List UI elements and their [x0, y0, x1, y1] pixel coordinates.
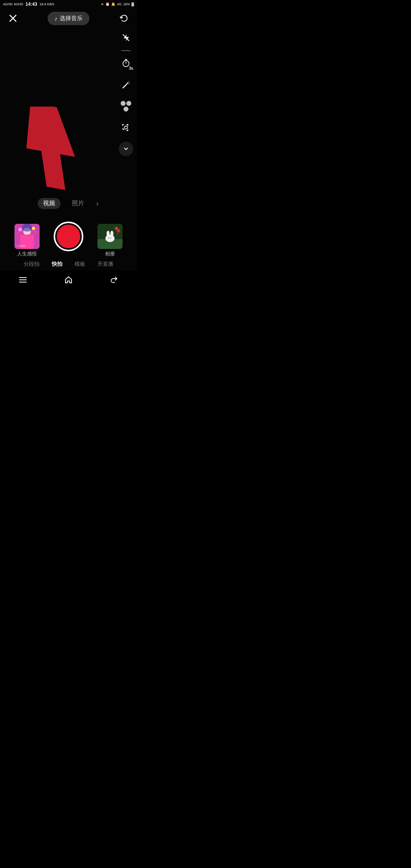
home-button[interactable] — [61, 272, 76, 287]
svg-point-21 — [107, 231, 110, 237]
gallery-label: 人生感悟 — [17, 251, 37, 257]
album-button[interactable] — [97, 224, 123, 249]
scan-button[interactable] — [119, 120, 133, 135]
tab-template[interactable]: 模板 — [73, 260, 87, 268]
svg-point-5 — [127, 82, 128, 83]
mode-tabs: 视频 照片 › — [0, 198, 137, 209]
svg-point-20 — [105, 235, 115, 242]
svg-point-22 — [110, 231, 113, 237]
svg-point-14 — [18, 228, 22, 231]
svg-point-8 — [124, 126, 127, 129]
music-select-button[interactable]: ♪ 选择音乐 — [48, 12, 89, 25]
top-bar: ♪ 选择音乐 — [0, 8, 137, 28]
expand-button[interactable] — [119, 142, 133, 156]
data-speed: 18.6 KB/s — [40, 2, 54, 6]
status-right: ∗ ⏰ 🔔 4G 18% ▓ — [101, 2, 134, 6]
signal-strength: 4GHD — [3, 2, 13, 6]
battery-level: 18% — [123, 2, 130, 6]
bottom-nav — [0, 270, 137, 289]
music-note-icon: ♪ — [54, 15, 57, 22]
signal-strength-2: 4GHD — [14, 2, 23, 6]
gallery-wrapper: 人生感悟 人生感悟 — [14, 224, 40, 249]
album-wrapper: 相册 — [97, 224, 123, 249]
tab-quick-shot[interactable]: 快拍 — [50, 260, 64, 268]
tab-live[interactable]: 开直播 — [96, 260, 115, 268]
icon-divider — [121, 50, 131, 51]
svg-point-25 — [108, 238, 109, 238]
album-label: 相册 — [105, 251, 115, 257]
menu-button[interactable] — [15, 272, 30, 287]
battery-icon: ▓ — [131, 2, 134, 6]
refresh-button[interactable] — [117, 11, 131, 25]
svg-point-16 — [34, 231, 37, 233]
svg-rect-13 — [22, 224, 32, 231]
status-bar: 4GHD 4GHD 14:43 18.6 KB/s ∗ ⏰ 🔔 4G 18% ▓ — [0, 0, 137, 8]
tab-more[interactable]: › — [96, 198, 100, 209]
bottom-controls: 人生感悟 人生感悟 — [0, 222, 137, 251]
network-icon: 4G — [117, 2, 121, 6]
bell-icon: 🔔 — [111, 2, 115, 6]
svg-point-24 — [110, 238, 111, 238]
svg-line-4 — [123, 84, 127, 88]
svg-point-6 — [129, 83, 129, 84]
timer-value: 3s — [129, 66, 133, 70]
tab-video[interactable]: 视频 — [38, 198, 61, 209]
filters-button[interactable] — [119, 99, 133, 113]
timer-icon: 3s — [122, 59, 130, 69]
album-image — [97, 224, 123, 249]
status-left: 4GHD 4GHD 14:43 18.6 KB/s — [3, 2, 54, 7]
svg-text:人生感悟: 人生感悟 — [16, 245, 25, 247]
record-button-inner — [57, 225, 80, 248]
music-label: 选择音乐 — [60, 15, 83, 22]
record-button[interactable] — [54, 222, 83, 251]
right-icon-panel: 3s — [119, 30, 133, 156]
tab-photo[interactable]: 照片 — [71, 198, 85, 209]
filters-icon — [121, 101, 131, 112]
back-button[interactable] — [107, 272, 122, 287]
svg-point-15 — [32, 227, 35, 230]
timer-button[interactable]: 3s — [119, 56, 133, 71]
tab-segment-shot[interactable]: 分段拍 — [22, 260, 41, 268]
time-display: 14:43 — [25, 2, 37, 7]
flash-button[interactable] — [119, 30, 133, 45]
svg-point-27 — [115, 227, 118, 230]
gallery-thumbnail[interactable]: 人生感悟 — [14, 224, 40, 249]
beauty-button[interactable] — [119, 78, 133, 92]
sub-mode-tabs: 分段拍 快拍 模板 开直播 — [0, 260, 137, 268]
gallery-image: 人生感悟 — [14, 224, 40, 249]
svg-point-7 — [129, 81, 129, 82]
bluetooth-icon: ∗ — [101, 2, 104, 6]
close-button[interactable] — [6, 11, 20, 25]
alarm-icon: ⏰ — [105, 2, 110, 6]
